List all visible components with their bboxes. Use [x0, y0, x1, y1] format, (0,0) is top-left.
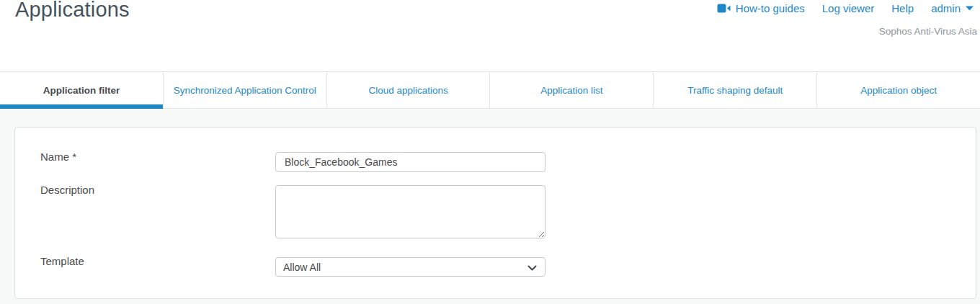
admin-menu[interactable]: admin — [931, 2, 974, 14]
help-label: Help — [891, 2, 914, 14]
description-label: Description — [40, 184, 94, 196]
account-name: Sophos Anti-Virus Asia — [879, 26, 977, 37]
tab-bar: Application filter Synchronized Applicat… — [0, 71, 980, 109]
template-select[interactable]: Allow All — [275, 257, 545, 277]
caret-down-icon — [966, 6, 974, 11]
page-title: Applications — [15, 0, 130, 22]
log-viewer-label: Log viewer — [822, 2, 875, 14]
admin-label: admin — [931, 2, 961, 14]
how-to-guides-link[interactable]: How-to guides — [717, 2, 805, 14]
name-input[interactable] — [275, 152, 545, 172]
description-textarea[interactable] — [275, 185, 545, 238]
tab-traffic-shaping-default[interactable]: Traffic shaping default — [654, 72, 817, 108]
how-to-guides-label: How-to guides — [736, 2, 805, 14]
tab-cloud-applications[interactable]: Cloud applications — [327, 72, 491, 108]
tab-application-object[interactable]: Application object — [817, 72, 980, 108]
content-area: Name * Description Template Allow All — [0, 109, 980, 304]
log-viewer-link[interactable]: Log viewer — [822, 2, 875, 14]
tab-application-filter[interactable]: Application filter — [0, 72, 164, 108]
help-link[interactable]: Help — [891, 2, 914, 14]
required-marker: * — [72, 151, 76, 163]
page-header: Applications How-to guides Log viewer He… — [0, 0, 980, 71]
application-filter-form-panel: Name * Description Template Allow All — [14, 127, 976, 299]
video-camera-icon — [717, 4, 731, 13]
top-nav: How-to guides Log viewer Help admin — [717, 2, 974, 14]
template-select-wrap: Allow All — [275, 257, 545, 277]
template-label: Template — [40, 255, 84, 267]
name-label: Name * — [40, 151, 76, 163]
tab-synchronized-application-control[interactable]: Synchronized Application Control — [164, 72, 327, 108]
tab-application-list[interactable]: Application list — [490, 72, 654, 108]
